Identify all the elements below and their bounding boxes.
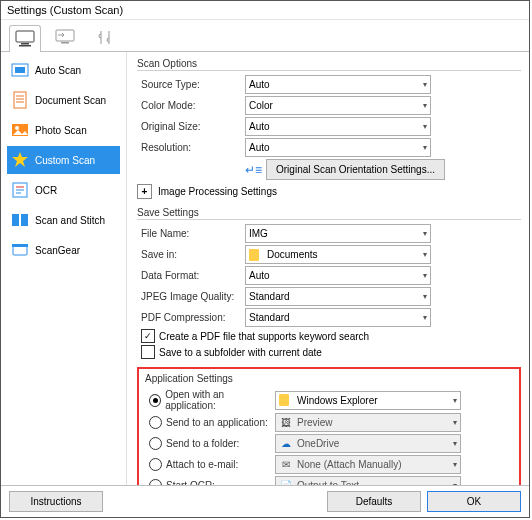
color-mode-value: Color [249, 100, 273, 111]
scan-options-group: Scan Options Source Type:Auto▾ Color Mod… [137, 58, 521, 199]
expand-image-processing[interactable]: + [137, 184, 152, 199]
tab-scan-from-computer[interactable] [9, 25, 41, 52]
photo-scan-icon [11, 121, 29, 139]
open-with-value: Windows Explorer [297, 395, 378, 406]
send-folder-select[interactable]: ☁OneDrive▾ [275, 434, 461, 453]
footer: Instructions Defaults OK [1, 485, 529, 517]
attach-email-label: Attach to e-mail: [166, 459, 238, 470]
save-settings-group: Save Settings File Name:IMG▾ Save in:Doc… [137, 207, 521, 359]
sidebar-item-scan-stitch[interactable]: Scan and Stitch [7, 206, 120, 234]
sidebar-label: ScanGear [35, 245, 80, 256]
svg-rect-2 [19, 45, 31, 47]
send-app-value: Preview [297, 417, 333, 428]
jpeg-quality-value: Standard [249, 291, 290, 302]
chevron-down-icon: ▾ [423, 271, 427, 280]
sidebar-item-auto-scan[interactable]: Auto Scan [7, 56, 120, 84]
color-mode-select[interactable]: Color▾ [245, 96, 431, 115]
send-app-radio[interactable] [149, 416, 162, 429]
file-name-value: IMG [249, 228, 268, 239]
chevron-down-icon: ▾ [453, 439, 457, 448]
save-in-label: Save in: [137, 249, 239, 260]
file-name-label: File Name: [137, 228, 239, 239]
document-scan-icon [11, 91, 29, 109]
attach-email-value: None (Attach Manually) [297, 459, 402, 470]
folder-icon [279, 394, 293, 406]
attach-email-select[interactable]: ✉None (Attach Manually)▾ [275, 455, 461, 474]
tab-general-settings[interactable] [89, 24, 121, 51]
chevron-down-icon: ▾ [453, 418, 457, 427]
sidebar-item-ocr[interactable]: OCR [7, 176, 120, 204]
original-size-label: Original Size: [137, 121, 239, 132]
data-format-select[interactable]: Auto▾ [245, 266, 431, 285]
save-in-select[interactable]: Documents▾ [245, 245, 431, 264]
resolution-select[interactable]: Auto▾ [245, 138, 431, 157]
svg-rect-17 [12, 214, 19, 226]
onedrive-icon: ☁ [279, 438, 293, 450]
open-with-select[interactable]: Windows Explorer▾ [275, 391, 461, 410]
save-settings-title: Save Settings [137, 207, 521, 220]
chevron-down-icon: ▾ [453, 396, 457, 405]
image-processing-label: Image Processing Settings [158, 186, 277, 197]
save-in-value: Documents [267, 249, 318, 260]
instructions-button[interactable]: Instructions [9, 491, 103, 512]
application-settings-group: Application Settings Open with an applic… [137, 367, 521, 485]
auto-scan-icon [11, 61, 29, 79]
tab-scan-from-panel[interactable] [49, 24, 81, 51]
data-format-value: Auto [249, 270, 270, 281]
mail-icon: ✉ [279, 459, 293, 471]
chevron-down-icon: ▾ [423, 101, 427, 110]
send-app-label: Send to an application: [166, 417, 268, 428]
sidebar-item-document-scan[interactable]: Document Scan [7, 86, 120, 114]
sidebar-label: Document Scan [35, 95, 106, 106]
send-app-select[interactable]: 🖼Preview▾ [275, 413, 461, 432]
open-with-label: Open with an application: [165, 389, 269, 411]
folder-icon [249, 249, 263, 261]
chevron-down-icon: ▾ [423, 229, 427, 238]
original-size-select[interactable]: Auto▾ [245, 117, 431, 136]
jpeg-quality-select[interactable]: Standard▾ [245, 287, 431, 306]
stitch-icon [11, 211, 29, 229]
resolution-label: Resolution: [137, 142, 239, 153]
monitor-icon [14, 30, 36, 48]
svg-rect-6 [15, 67, 25, 73]
attach-email-radio[interactable] [149, 458, 162, 471]
sidebar-label: Photo Scan [35, 125, 87, 136]
file-name-input[interactable]: IMG▾ [245, 224, 431, 243]
data-format-label: Data Format: [137, 270, 239, 281]
open-with-radio[interactable] [149, 394, 161, 407]
tab-row [1, 20, 529, 52]
chevron-down-icon: ▾ [423, 292, 427, 301]
send-folder-radio[interactable] [149, 437, 162, 450]
ocr-icon [11, 181, 29, 199]
sidebar-label: OCR [35, 185, 57, 196]
resolution-value: Auto [249, 142, 270, 153]
svg-rect-20 [12, 244, 28, 247]
chevron-down-icon: ▾ [423, 313, 427, 322]
tools-icon [95, 29, 115, 47]
sidebar-item-custom-scan[interactable]: Custom Scan [7, 146, 120, 174]
subfolder-date-checkbox[interactable] [141, 345, 155, 359]
pdf-compression-select[interactable]: Standard▾ [245, 308, 431, 327]
reset-icon[interactable]: ↵≡ [245, 163, 262, 177]
sidebar-item-scangear[interactable]: ScanGear [7, 236, 120, 264]
sidebar-item-photo-scan[interactable]: Photo Scan [7, 116, 120, 144]
svg-rect-18 [21, 214, 28, 226]
chevron-down-icon: ▾ [423, 250, 427, 259]
defaults-button[interactable]: Defaults [327, 491, 421, 512]
pdf-compression-label: PDF Compression: [137, 312, 239, 323]
start-ocr-select[interactable]: 📄Output to Text▾ [275, 476, 461, 485]
keyword-search-checkbox[interactable]: ✓ [141, 329, 155, 343]
scan-options-title: Scan Options [137, 58, 521, 71]
sidebar-label: Auto Scan [35, 65, 81, 76]
window-title: Settings (Custom Scan) [1, 1, 529, 20]
chevron-down-icon: ▾ [423, 80, 427, 89]
chevron-down-icon: ▾ [453, 460, 457, 469]
source-type-select[interactable]: Auto▾ [245, 75, 431, 94]
orientation-settings-button[interactable]: Original Scan Orientation Settings... [266, 159, 445, 180]
source-type-label: Source Type: [137, 79, 239, 90]
keyword-search-label: Create a PDF file that supports keyword … [159, 331, 369, 342]
original-size-value: Auto [249, 121, 270, 132]
ok-button[interactable]: OK [427, 491, 521, 512]
svg-rect-7 [14, 92, 26, 108]
scangear-icon [11, 241, 29, 259]
